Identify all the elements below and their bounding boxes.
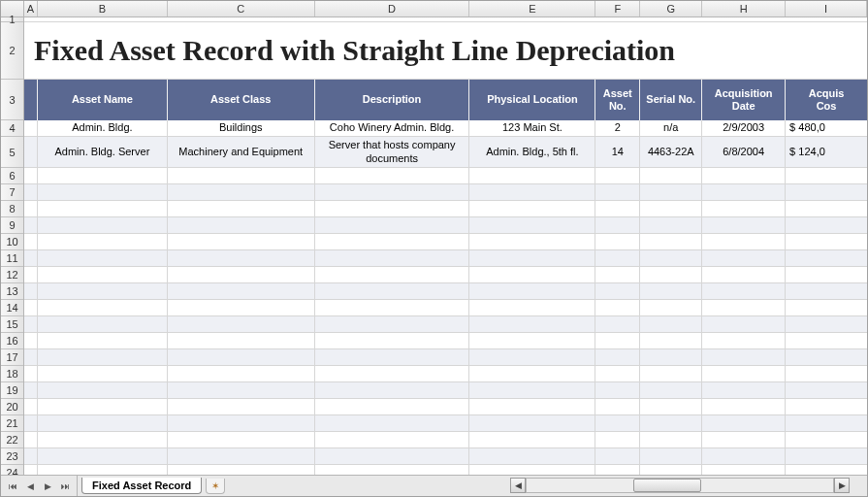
row-header-20[interactable]: 20 <box>1 399 23 415</box>
table-row[interactable] <box>24 448 867 465</box>
empty-cell[interactable] <box>24 316 38 333</box>
empty-cell[interactable] <box>702 234 786 250</box>
row-header-21[interactable]: 21 <box>1 415 23 432</box>
table-row[interactable] <box>24 382 867 399</box>
table-row[interactable] <box>24 250 867 267</box>
col-header-I[interactable]: I <box>786 1 867 17</box>
empty-cell[interactable] <box>24 283 38 300</box>
empty-cell[interactable] <box>24 382 38 399</box>
table-row[interactable] <box>24 201 867 217</box>
scroll-track[interactable] <box>526 478 834 493</box>
empty-cell[interactable] <box>786 168 867 184</box>
cell-physical-location[interactable]: Admin. Bldg., 5th fl. <box>469 137 595 167</box>
empty-cell[interactable] <box>595 382 640 399</box>
th-acquisition-cost[interactable]: AcquisCos <box>786 80 867 120</box>
col-header-A[interactable]: A <box>24 1 38 17</box>
th-serial-no[interactable]: Serial No. <box>640 80 702 120</box>
empty-cell[interactable] <box>38 250 168 267</box>
empty-cell[interactable] <box>315 366 470 382</box>
empty-cell[interactable] <box>168 316 315 333</box>
empty-cell[interactable] <box>640 267 702 283</box>
empty-cell[interactable] <box>640 316 702 333</box>
empty-cell[interactable] <box>24 366 38 382</box>
cell-asset-name[interactable]: Admin. Bldg. <box>38 120 168 136</box>
empty-cell[interactable] <box>595 184 640 201</box>
empty-cell[interactable] <box>786 234 867 250</box>
empty-cell[interactable] <box>469 349 595 366</box>
empty-cell[interactable] <box>595 250 640 267</box>
tab-nav-first-icon[interactable]: ⏮ <box>5 479 20 494</box>
empty-cell[interactable] <box>595 465 640 475</box>
empty-cell[interactable] <box>786 184 867 201</box>
add-sheet-icon[interactable]: ✶ <box>206 479 225 494</box>
empty-cell[interactable] <box>168 217 315 234</box>
row-header-7[interactable]: 7 <box>1 184 23 201</box>
empty-cell[interactable] <box>595 300 640 316</box>
empty-cell[interactable] <box>469 448 595 465</box>
tab-nav-prev-icon[interactable]: ◀ <box>22 479 38 494</box>
empty-cell[interactable] <box>38 333 168 349</box>
empty-cell[interactable] <box>469 382 595 399</box>
empty-cell[interactable] <box>24 415 38 432</box>
empty-cell[interactable] <box>469 333 595 349</box>
empty-cell[interactable] <box>702 201 786 217</box>
empty-cell[interactable] <box>469 465 595 475</box>
empty-cell[interactable] <box>786 267 867 283</box>
empty-cell[interactable] <box>702 349 786 366</box>
cell-physical-location[interactable]: 123 Main St. <box>469 120 595 136</box>
empty-cell[interactable] <box>38 217 168 234</box>
empty-cell[interactable] <box>315 448 470 465</box>
empty-cell[interactable] <box>469 432 595 448</box>
empty-cell[interactable] <box>702 333 786 349</box>
empty-cell[interactable] <box>24 267 38 283</box>
empty-cell[interactable] <box>786 465 867 475</box>
cell-asset-class[interactable]: Machinery and Equipment <box>168 137 315 167</box>
cell-description[interactable]: Server that hosts company documents <box>315 137 470 167</box>
empty-cell[interactable] <box>702 300 786 316</box>
empty-cell[interactable] <box>640 432 702 448</box>
empty-cell[interactable] <box>469 201 595 217</box>
sheet-tab-active[interactable]: Fixed Asset Record <box>81 478 202 494</box>
empty-cell[interactable] <box>38 399 168 415</box>
empty-cell[interactable] <box>38 201 168 217</box>
empty-cell[interactable] <box>38 415 168 432</box>
empty-cell[interactable] <box>24 300 38 316</box>
row-header-13[interactable]: 13 <box>1 283 23 300</box>
empty-cell[interactable] <box>38 448 168 465</box>
row-header-17[interactable]: 17 <box>1 349 23 366</box>
empty-cell[interactable] <box>168 184 315 201</box>
cell-acquisition-cost[interactable]: $ 480,0 <box>786 120 867 136</box>
th-acquisition-date[interactable]: Acquisition Date <box>702 80 786 120</box>
empty-cell[interactable] <box>702 366 786 382</box>
empty-cell[interactable] <box>168 250 315 267</box>
tab-nav-next-icon[interactable]: ▶ <box>40 479 55 494</box>
empty-cell[interactable] <box>702 399 786 415</box>
empty-cell[interactable] <box>595 432 640 448</box>
empty-cell[interactable] <box>315 168 470 184</box>
empty-cell[interactable] <box>38 465 168 475</box>
empty-cell[interactable] <box>640 234 702 250</box>
empty-cell[interactable] <box>24 250 38 267</box>
empty-cell[interactable] <box>702 283 786 300</box>
empty-cell[interactable] <box>38 184 168 201</box>
empty-cell[interactable] <box>595 349 640 366</box>
scroll-left-icon[interactable]: ◀ <box>510 478 526 493</box>
empty-cell[interactable] <box>315 415 470 432</box>
empty-cell[interactable] <box>640 415 702 432</box>
table-row[interactable] <box>24 415 867 432</box>
empty-cell[interactable] <box>315 399 470 415</box>
table-row[interactable] <box>24 366 867 382</box>
row-header-18[interactable]: 18 <box>1 366 23 382</box>
empty-cell[interactable] <box>315 382 470 399</box>
empty-cell[interactable] <box>24 448 38 465</box>
cell-serial-no[interactable]: n/a <box>640 120 702 136</box>
row-header-3[interactable]: 3 <box>1 80 23 120</box>
empty-cell[interactable] <box>38 382 168 399</box>
empty-cell[interactable] <box>640 300 702 316</box>
empty-cell[interactable] <box>168 349 315 366</box>
row-header-14[interactable]: 14 <box>1 300 23 316</box>
empty-cell[interactable] <box>595 399 640 415</box>
row-header-9[interactable]: 9 <box>1 217 23 234</box>
empty-cell[interactable] <box>24 184 38 201</box>
row-header-15[interactable]: 15 <box>1 316 23 333</box>
